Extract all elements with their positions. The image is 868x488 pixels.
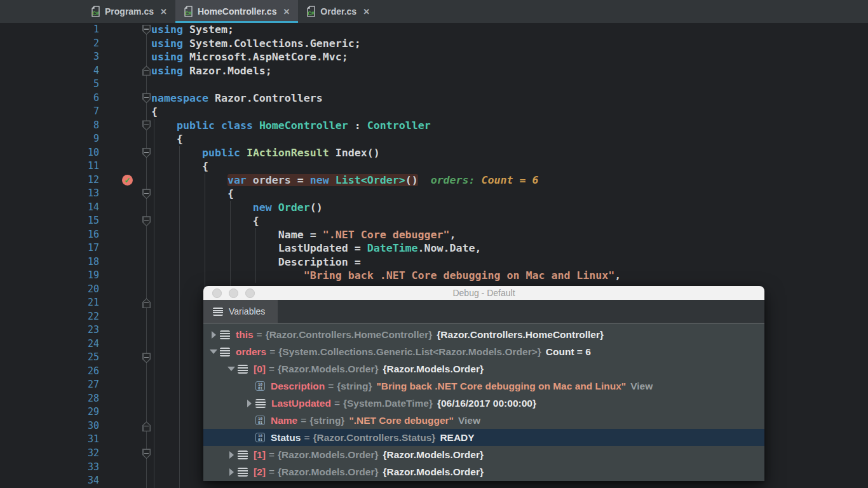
svg-text:C#: C# — [92, 11, 99, 17]
chevron-expanded-icon[interactable] — [225, 367, 238, 371]
fold-marker[interactable] — [142, 148, 151, 158]
line-number-gutter: 1234567891011121314151617181920212223242… — [0, 23, 99, 488]
tab-variables[interactable]: Variables — [203, 300, 278, 323]
line-number[interactable]: 20 — [0, 283, 99, 297]
line-number[interactable]: 6 — [0, 92, 99, 105]
csharp-file-icon: C# — [184, 6, 193, 17]
variable-name: Description — [271, 381, 325, 392]
close-icon[interactable]: ✕ — [363, 7, 370, 17]
line-number[interactable]: 2 — [0, 37, 99, 51]
line-number[interactable]: 18 — [0, 255, 99, 269]
variable-row-2[interactable]: [2]={Razor.Models.Order}{Razor.Models.Or… — [203, 463, 764, 480]
variable-name: [2] — [254, 466, 266, 478]
line-number[interactable]: 30 — [0, 419, 99, 433]
line-number[interactable]: 3 — [0, 50, 99, 64]
line-number[interactable]: 4 — [0, 64, 99, 78]
variable-row-this[interactable]: this={Razor.Controllers.HomeController}{… — [203, 326, 764, 343]
line-number[interactable]: 14 — [0, 201, 99, 215]
fold-marker[interactable] — [142, 65, 151, 76]
line-number[interactable]: 24 — [0, 337, 99, 351]
variable-row-1[interactable]: [1]={Razor.Models.Order}{Razor.Models.Or… — [203, 446, 764, 463]
line-number[interactable]: 10 — [0, 146, 99, 160]
chevron-collapsed-icon[interactable] — [225, 468, 238, 476]
line-number[interactable]: 16 — [0, 228, 99, 242]
code-line: { — [151, 159, 621, 173]
fold-marker[interactable] — [142, 298, 151, 308]
equals-sign: = — [266, 466, 278, 478]
line-number[interactable]: 17 — [0, 241, 99, 255]
variable-row-description[interactable]: 1001Description={string}"Bring back .NET… — [203, 377, 764, 395]
line-number[interactable]: 12 — [0, 173, 99, 187]
code-line: new Order() — [151, 201, 621, 215]
variable-name: [1] — [254, 449, 266, 461]
line-number[interactable]: 1 — [0, 23, 99, 37]
line-number[interactable]: 11 — [0, 159, 99, 173]
variable-row-name[interactable]: 1001Name={string}".NET Core debugger"Vie… — [203, 412, 764, 429]
primitive-value-icon: 1001 — [255, 433, 265, 442]
equals-sign: = — [301, 432, 313, 444]
variable-type: {string} — [309, 415, 344, 426]
variable-row-lastupdated[interactable]: LastUpdated={System.DateTime}{06/16/2017… — [203, 395, 764, 412]
editor-tab-order-cs[interactable]: C#Order.cs✕ — [298, 0, 378, 23]
editor-tab-homecontroller-cs[interactable]: C#HomeController.cs✕ — [175, 0, 298, 23]
code-line: namespace Razor.Controllers — [151, 92, 621, 105]
chevron-collapsed-icon[interactable] — [207, 331, 220, 339]
chevron-expanded-icon[interactable] — [207, 349, 220, 354]
line-number[interactable]: 34 — [0, 474, 99, 488]
debug-window-titlebar[interactable]: Debug - Default — [203, 286, 764, 300]
chevron-collapsed-icon[interactable] — [243, 400, 255, 407]
object-icon — [238, 365, 248, 374]
line-number[interactable]: 22 — [0, 310, 99, 324]
line-number[interactable]: 19 — [0, 269, 99, 283]
fold-marker[interactable] — [142, 216, 151, 226]
line-number[interactable]: 23 — [0, 323, 99, 337]
fold-marker[interactable] — [142, 189, 151, 199]
fold-marker[interactable] — [142, 25, 151, 35]
chevron-collapsed-icon[interactable] — [225, 451, 238, 459]
line-number[interactable]: 29 — [0, 405, 99, 419]
fold-marker[interactable] — [142, 449, 151, 459]
fold-marker[interactable] — [142, 353, 151, 363]
line-number[interactable]: 27 — [0, 378, 99, 392]
window-controls[interactable] — [212, 286, 255, 300]
view-link[interactable]: View — [458, 415, 480, 426]
line-number[interactable]: 32 — [0, 447, 99, 461]
line-number[interactable]: 25 — [0, 351, 99, 365]
object-icon — [220, 348, 230, 356]
line-number[interactable]: 33 — [0, 461, 99, 475]
variable-row-status[interactable]: 1001Status={Razor.Controllers.Status}REA… — [203, 429, 764, 446]
primitive-value-icon: 1001 — [255, 381, 265, 391]
line-number[interactable]: 15 — [0, 214, 99, 228]
variable-type: {Razor.Models.Order} — [278, 449, 379, 461]
line-number[interactable]: 21 — [0, 296, 99, 310]
window-control-icon[interactable] — [212, 288, 222, 298]
variable-row-orders[interactable]: orders={System.Collections.Generic.List<… — [203, 343, 764, 360]
fold-marker[interactable] — [142, 93, 151, 103]
code-line: { — [151, 132, 621, 146]
window-control-icon[interactable] — [229, 288, 238, 298]
code-line: { — [151, 187, 621, 201]
fold-marker[interactable] — [142, 120, 151, 130]
window-control-icon[interactable] — [245, 288, 255, 298]
variable-type: {Razor.Models.Order} — [278, 466, 379, 478]
line-number[interactable]: 26 — [0, 365, 99, 379]
code-line: var orders = new List<Order>() orders: C… — [151, 173, 621, 187]
view-link[interactable]: View — [630, 381, 653, 392]
line-number[interactable]: 8 — [0, 119, 99, 133]
line-number[interactable]: 5 — [0, 78, 99, 92]
csharp-file-icon: C# — [91, 6, 100, 17]
variable-row-0[interactable]: [0]={Razor.Models.Order}{Razor.Models.Or… — [203, 360, 764, 377]
line-number[interactable]: 7 — [0, 105, 99, 119]
breakpoint-icon[interactable]: ✓ — [122, 175, 133, 186]
close-icon[interactable]: ✕ — [283, 7, 290, 17]
fold-marker[interactable] — [142, 421, 151, 431]
line-number[interactable]: 13 — [0, 187, 99, 201]
equals-sign: = — [254, 329, 266, 341]
editor-tab-program-cs[interactable]: C#Program.cs✕ — [83, 0, 175, 23]
line-number[interactable]: 28 — [0, 392, 99, 406]
close-icon[interactable]: ✕ — [160, 7, 167, 17]
line-number[interactable]: 9 — [0, 132, 99, 146]
variable-type: {string} — [337, 381, 372, 392]
line-number[interactable]: 31 — [0, 433, 99, 447]
code-line: Description = — [151, 255, 621, 269]
